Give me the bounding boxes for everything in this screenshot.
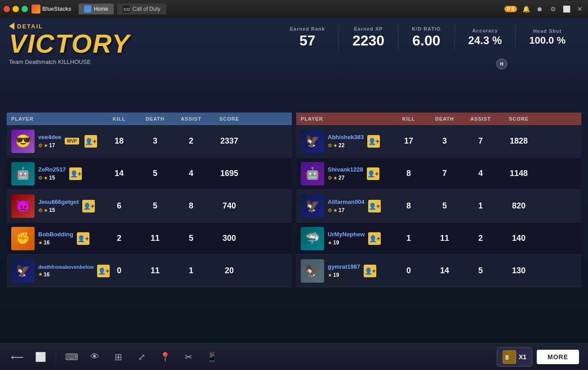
svg-text:COD: COD [124, 7, 130, 12]
accuracy-stat: Accuracy 24.3 % [455, 24, 516, 50]
red-team-body: 🦅 Abhishek383 ⚙ ★ 22 👤+ 17 3 [296, 125, 581, 287]
player-name-alifarman: Alifarman004 [328, 199, 365, 205]
player-cell-vee4dee: 😎 vee4dee ⚙ ★ 17 MVP 👤+ [11, 130, 101, 153]
minimize-dot[interactable] [13, 6, 19, 12]
death-cell: 5 [427, 201, 463, 211]
death-cell: 7 [427, 169, 463, 178]
rank-star: ★ [328, 272, 332, 278]
close-dot[interactable] [4, 6, 10, 12]
rank-icon: ⚙ [38, 208, 43, 213]
keyboard-button[interactable]: ⌨ [63, 349, 80, 365]
points-value: 0 [512, 6, 514, 12]
earned-rank-stat: Earned Rank 57 [276, 23, 339, 51]
bs-icon [31, 5, 40, 14]
phone-button[interactable]: 📱 [204, 349, 220, 365]
red-team-table: PLAYER KILL DEATH ASSIST SCORE 🦅 Abhishe… [296, 113, 581, 287]
svg-text:8: 8 [505, 354, 509, 361]
assist-cell: 2 [463, 234, 499, 243]
accuracy-value: 24.3 % [468, 35, 502, 46]
expand-button[interactable]: ⤢ [134, 349, 150, 365]
add-friend-button[interactable]: 👤+ [368, 200, 381, 212]
location-button[interactable]: 📍 [157, 349, 173, 365]
score-cell: 740 [209, 201, 249, 211]
multi-window-button[interactable]: ⊞ [110, 349, 126, 365]
add-friend-button[interactable]: 👤+ [364, 265, 376, 277]
player-info-urmy: UrMyNephew ★ 19 [328, 231, 365, 246]
add-friend-button[interactable]: 👤+ [77, 232, 89, 245]
headshot-label: Head Shot [533, 28, 561, 34]
kill-cell: 6 [101, 201, 137, 211]
bottom-nav-icons: ⌨ 👁 ⊞ ⤢ 📍 ✂ 📱 [63, 349, 220, 365]
player-name-urmy: UrMyNephew [328, 231, 365, 238]
rank-gymrat: ★ 19 [328, 272, 360, 278]
death-cell: 11 [427, 234, 463, 243]
player-info-abhishek: Abhishek383 ⚙ ★ 22 [328, 134, 364, 149]
titlebar-right: P 0 🔔 ⏺ ⚙ ⬜ ✕ [504, 5, 584, 14]
add-friend-button[interactable]: 👤+ [85, 135, 97, 148]
eye-button[interactable]: 👁 [87, 349, 103, 365]
restore-button[interactable]: ⬜ [562, 5, 571, 14]
score-cell: 2337 [209, 136, 249, 146]
table-row: 🦅 Abhishek383 ⚙ ★ 22 👤+ 17 3 [296, 125, 581, 158]
kill-cell: 0 [391, 266, 427, 275]
more-button[interactable]: MORE [537, 350, 579, 364]
notification-button[interactable]: 🔔 [521, 5, 530, 14]
player-name-abhishek: Abhishek383 [328, 134, 364, 140]
player-name-death: deathfromabovenbelow [38, 264, 94, 270]
player-cell-abhishek: 🦅 Abhishek383 ⚙ ★ 22 👤+ [301, 130, 391, 153]
bluestacks-label: BlueStacks [42, 6, 71, 12]
rank-star: ★ [44, 143, 48, 149]
home-nav-button[interactable]: ⬜ [32, 349, 49, 365]
rank-urmy: ★ 19 [328, 239, 365, 246]
add-friend-button[interactable]: 👤+ [69, 167, 82, 180]
rank-number: 16 [44, 271, 49, 278]
red-player-col-header: PLAYER [301, 116, 391, 122]
cut-button[interactable]: ✂ [180, 349, 196, 365]
record-button[interactable]: ⏺ [535, 5, 544, 14]
rank-zero2517: ⚙ ★ 15 [38, 175, 66, 181]
table-row: 🤖 Shivank1228 ⚙ ★ 27 👤+ 8 7 [296, 158, 581, 190]
player-name-shivank: Shivank1228 [328, 166, 363, 173]
rank-icon: ⚙ [328, 208, 332, 213]
player-info-vee4dee: vee4dee ⚙ ★ 17 [38, 134, 61, 149]
player-cell-shivank: 🤖 Shivank1228 ⚙ ★ 27 👤+ [301, 162, 391, 185]
assist-cell: 2 [173, 136, 209, 146]
kill-cell: 2 [101, 234, 137, 243]
kill-cell: 17 [391, 136, 427, 146]
kill-cell: 1 [391, 234, 427, 243]
boost-icon: 8 [503, 350, 516, 364]
add-friend-button[interactable]: 👤+ [367, 167, 379, 180]
kd-ratio-label: K/D RATIO [412, 26, 441, 32]
assist-cell: 8 [173, 201, 209, 211]
headshot-value: 100.0 % [529, 36, 566, 45]
player-cell-bob: ✊ BobBodding ★ 16 👤+ [11, 227, 101, 250]
kd-ratio-stat: K/D RATIO 6.00 [398, 23, 454, 51]
avatar-urmy: 🦈 [301, 227, 324, 250]
maximize-dot[interactable] [22, 6, 28, 12]
add-friend-button[interactable]: 👤+ [368, 232, 381, 245]
game-header: DETAIL VICTORY Team Deathmatch KILLHOUSE… [0, 18, 588, 113]
rank-number: 16 [44, 239, 49, 246]
nav-divider [56, 350, 56, 364]
avatar-vee4dee: 😎 [11, 130, 35, 153]
add-friend-button[interactable]: 👤+ [82, 200, 95, 212]
tab-home[interactable]: Home [79, 4, 114, 14]
player-name-vee4dee: vee4dee [38, 134, 61, 140]
back-nav-button[interactable]: ⟵ [9, 349, 25, 365]
player-name-gymrat: gymrat1987 [328, 263, 360, 270]
blue-team-body: 😎 vee4dee ⚙ ★ 17 MVP 👤+ 18 [7, 125, 292, 287]
score-cell: 140 [499, 234, 539, 243]
kill-cell: 0 [101, 266, 137, 275]
close-button[interactable]: ✕ [575, 5, 584, 14]
red-death-col-header: DEATH [427, 116, 463, 122]
avatar-death: 🦅 [11, 259, 35, 283]
player-cell-death: 🦅 deathfromabovenbelow ★ 16 👤+ [11, 259, 101, 283]
table-row: ✊ BobBodding ★ 16 👤+ 2 11 5 300 [7, 222, 292, 255]
tab-call-of-duty[interactable]: COD Call of Duty [117, 4, 166, 14]
blue-team-header: PLAYER KILL DEATH ASSIST SCORE [7, 113, 292, 125]
rank-number: 22 [339, 142, 344, 149]
blue-team-table: PLAYER KILL DEATH ASSIST SCORE 😎 vee4dee… [7, 113, 292, 287]
rank-death: ★ 16 [38, 271, 94, 278]
add-friend-button[interactable]: 👤+ [367, 135, 380, 148]
settings-button[interactable]: ⚙ [548, 5, 557, 14]
